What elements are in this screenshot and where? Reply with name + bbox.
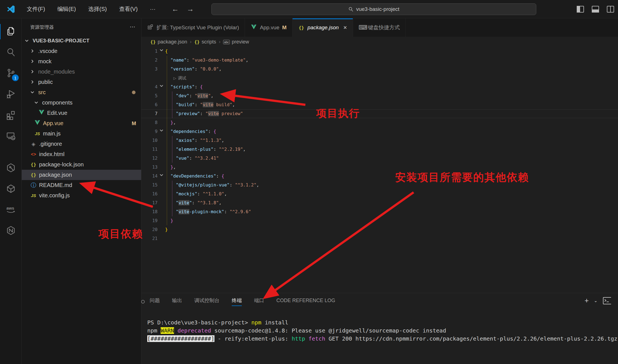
customize-layout-icon[interactable] <box>606 5 615 13</box>
panel-tab-输出[interactable]: 输出 <box>172 293 182 308</box>
activity-search[interactable] <box>0 42 21 63</box>
tree-item-components[interactable]: components <box>22 98 141 108</box>
codelens-debug[interactable]: ▷调试 <box>141 74 618 82</box>
tab-package.json[interactable]: {}package.json✕ <box>293 18 353 37</box>
breadcrumb-item-package.json[interactable]: {}package.json <box>150 39 187 45</box>
tab-App.vue[interactable]: App.vueM <box>245 18 293 37</box>
fold-gutter <box>158 154 165 163</box>
code-line-20[interactable]: 20} <box>141 225 618 234</box>
extensions-icon <box>6 110 16 121</box>
activity-remote-explorer[interactable] <box>0 126 21 147</box>
activity-explorer[interactable] <box>0 21 21 42</box>
vue-icon <box>34 120 41 127</box>
breadcrumb[interactable]: {}package.json›{}scripts›abcpreview <box>141 37 618 47</box>
fold-gutter <box>158 163 165 172</box>
code-line-17[interactable]: 17 "vite": "^3.1.8", <box>141 198 618 207</box>
menu-item-4[interactable]: ··· <box>146 4 160 14</box>
scm-badge: 1 <box>12 74 19 81</box>
terminal[interactable]: PS D:\code\vue3-basic-project> npm insta… <box>141 308 618 364</box>
activity-source-control[interactable]: 1 <box>0 63 21 84</box>
tree-item-label: public <box>38 79 53 85</box>
toggle-sidebar-icon[interactable] <box>576 5 585 13</box>
code-line-19[interactable]: 19 } <box>141 216 618 225</box>
tree-item-VUE3-BASIC-PROJECT[interactable]: VUE3-BASIC-PROJECT <box>22 36 141 46</box>
new-terminal-icon[interactable]: + <box>585 296 589 305</box>
menu-item-0[interactable]: 文件(F) <box>22 4 50 14</box>
fold-gutter <box>158 145 165 154</box>
svg-text:aws: aws <box>6 206 14 210</box>
chevron-down-icon[interactable]: ⌄ <box>594 298 597 303</box>
code-line-15[interactable]: 15 "@vitejs/plugin-vue": "^3.1.2", <box>141 181 618 190</box>
code-line-16[interactable]: 16 "mockjs": "^1.1.0", <box>141 190 618 198</box>
code-line-18[interactable]: 18 "vite-plugin-mock": "^2.9.6" <box>141 207 618 216</box>
code-line-14[interactable]: 14 "devDependencies": { <box>141 172 618 181</box>
tree-item-Edit.vue[interactable]: Edit.vue <box>22 108 141 118</box>
code-line-21[interactable]: 21 <box>141 234 618 243</box>
toggle-panel-icon[interactable] <box>591 5 600 13</box>
fold-gutter <box>158 136 165 145</box>
menu-item-3[interactable]: 查看(V) <box>115 4 142 14</box>
code-editor[interactable]: 1{2 "name": "vue3-demo-template",3 "vers… <box>141 47 618 293</box>
tree-item-public[interactable]: public <box>22 77 141 87</box>
tree-item-mock[interactable]: mock <box>22 56 141 67</box>
tree-item-main.js[interactable]: JSmain.js <box>22 128 141 139</box>
activity-run-and-debug[interactable] <box>0 84 21 105</box>
tree-item-vite.config.js[interactable]: JSvite.config.js <box>22 190 141 201</box>
menu-item-2[interactable]: 选择(S) <box>84 4 111 14</box>
code-line-8[interactable]: 8 }, <box>141 118 618 127</box>
fold-chevron-icon[interactable] <box>158 82 165 91</box>
menu-item-1[interactable]: 编辑(E) <box>53 4 81 14</box>
activity-hex-tool[interactable] <box>0 158 21 179</box>
panel-tab-端口[interactable]: 端口 <box>254 293 264 308</box>
tree-item-label: node_modules <box>38 69 75 75</box>
tree-item-README.md[interactable]: ⓘREADME.md <box>22 180 141 190</box>
code-line-13[interactable]: 13 }, <box>141 163 618 172</box>
nav-forward-icon[interactable]: → <box>187 5 194 13</box>
code-line-2[interactable]: 2 "name": "vue3-demo-template", <box>141 56 618 65</box>
tree-item-App.vue[interactable]: App.vueM <box>22 118 141 128</box>
tree-item-index.html[interactable]: <>index.html <box>22 149 141 159</box>
close-icon[interactable]: ✕ <box>343 25 347 31</box>
tab-键盘快捷方式[interactable]: ⌨键盘快捷方式 <box>353 18 406 37</box>
code-line-10[interactable]: 10 "axios": "^1.1.3", <box>141 136 618 145</box>
tab-扩展: TypeScript Vue Plugin (Volar)[interactable]: 扩展: TypeScript Vue Plugin (Volar) <box>141 18 245 37</box>
code-line-7[interactable]: 7 "preview": "vite preview" <box>141 109 618 118</box>
code-line-9[interactable]: 9 "dependencies": { <box>141 127 618 136</box>
panel-tab-CODE REFERENCE LOG[interactable]: CODE REFERENCE LOG <box>276 293 335 308</box>
terminal-panel-icon[interactable] <box>603 296 611 305</box>
more-actions-icon[interactable]: ··· <box>130 24 136 30</box>
tree-item-.vscode[interactable]: .vscode <box>22 46 141 56</box>
code-line-12[interactable]: 12 "vue": "^3.2.41" <box>141 154 618 163</box>
code-line-4[interactable]: 4 "scripts": { <box>141 82 618 91</box>
command-center-search[interactable]: vue3-basic-project <box>211 3 536 15</box>
line-number: 6 <box>141 100 158 109</box>
tree-item-package.json[interactable]: {}package.json <box>22 170 141 180</box>
panel-tab-终端[interactable]: 终端 <box>232 293 242 308</box>
breadcrumb-item-preview[interactable]: abcpreview <box>223 39 249 45</box>
nav-back-icon[interactable]: ← <box>172 5 179 13</box>
code-line-11[interactable]: 11 "element-plus": "^2.2.19", <box>141 145 618 154</box>
code-line-1[interactable]: 1{ <box>141 47 618 56</box>
code-line-5[interactable]: 5 "dev": "vite", <box>141 91 618 100</box>
panel-tab-调试控制台[interactable]: 调试控制台 <box>194 293 219 308</box>
fold-chevron-icon[interactable] <box>158 47 165 56</box>
activity-cube-tool[interactable] <box>0 179 21 200</box>
js-icon: JS <box>30 193 37 198</box>
tree-item-package-lock.json[interactable]: {}package-lock.json <box>22 159 141 170</box>
code-line-6[interactable]: 6 "build": "vite build", <box>141 100 618 109</box>
fold-chevron-icon[interactable] <box>158 172 165 181</box>
tree-item-node_modules[interactable]: node_modules <box>22 67 141 77</box>
activity-extensions[interactable] <box>0 105 21 126</box>
vscode-window: 文件(F)编辑(E)选择(S)查看(V)··· ← → vue3-basic-p… <box>0 0 618 364</box>
panel-tab-问题[interactable]: 问题 <box>150 293 160 308</box>
breadcrumb-item-scripts[interactable]: {}scripts <box>194 39 216 45</box>
code-text: "name": "vue3-demo-template", <box>165 56 618 65</box>
code-line-3[interactable]: 3 "version": "0.0.0", <box>141 65 618 74</box>
fold-chevron-icon[interactable] <box>158 127 165 136</box>
tree-item-.gitignore[interactable]: ◈.gitignore <box>22 139 141 149</box>
activity-n-tool[interactable] <box>0 220 21 241</box>
extension-editor-icon <box>147 24 154 31</box>
tree-item-src[interactable]: src <box>22 87 141 98</box>
line-number: 3 <box>141 65 158 74</box>
activity-aws[interactable]: aws <box>0 200 21 220</box>
